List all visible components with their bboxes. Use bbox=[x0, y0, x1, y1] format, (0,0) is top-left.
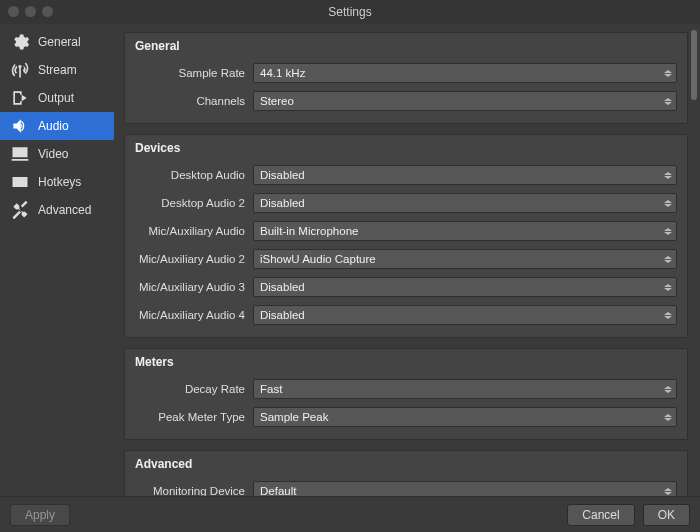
sidebar-item-label: Output bbox=[38, 91, 74, 105]
row-sample-rate: Sample Rate 44.1 kHz bbox=[135, 61, 677, 85]
sidebar-item-hotkeys[interactable]: Hotkeys bbox=[0, 168, 114, 196]
scrollbar[interactable] bbox=[688, 24, 700, 496]
row-mic-aux: Mic/Auxiliary Audio Built-in Microphone bbox=[135, 219, 677, 243]
keyboard-icon bbox=[10, 172, 30, 192]
mic-aux-3-select[interactable]: Disabled bbox=[253, 277, 677, 297]
desktop-audio-2-select[interactable]: Disabled bbox=[253, 193, 677, 213]
gear-icon bbox=[10, 32, 30, 52]
stepper-icon bbox=[662, 381, 674, 397]
label: Mic/Auxiliary Audio 4 bbox=[135, 309, 253, 321]
label: Sample Rate bbox=[135, 67, 253, 79]
group-general: General Sample Rate 44.1 kHz Channels St… bbox=[124, 32, 688, 124]
group-title: General bbox=[135, 39, 677, 53]
sidebar-item-audio[interactable]: Audio bbox=[0, 112, 114, 140]
window-title: Settings bbox=[328, 5, 371, 19]
row-peak-meter-type: Peak Meter Type Sample Peak bbox=[135, 405, 677, 429]
ok-button[interactable]: OK bbox=[643, 504, 690, 526]
label: Mic/Auxiliary Audio 2 bbox=[135, 253, 253, 265]
main-panel: General Sample Rate 44.1 kHz Channels St… bbox=[114, 24, 700, 496]
sidebar-item-label: Advanced bbox=[38, 203, 91, 217]
mic-aux-2-select[interactable]: iShowU Audio Capture bbox=[253, 249, 677, 269]
sidebar-item-label: General bbox=[38, 35, 81, 49]
stepper-icon bbox=[662, 167, 674, 183]
row-desktop-audio: Desktop Audio Disabled bbox=[135, 163, 677, 187]
select-value: Disabled bbox=[260, 309, 305, 321]
sidebar-item-general[interactable]: General bbox=[0, 28, 114, 56]
group-meters: Meters Decay Rate Fast Peak Meter Type S… bbox=[124, 348, 688, 440]
antenna-icon bbox=[10, 60, 30, 80]
group-advanced: Advanced Monitoring Device Default bbox=[124, 450, 688, 496]
cancel-button[interactable]: Cancel bbox=[567, 504, 634, 526]
row-mic-aux-2: Mic/Auxiliary Audio 2 iShowU Audio Captu… bbox=[135, 247, 677, 271]
sidebar-item-video[interactable]: Video bbox=[0, 140, 114, 168]
peak-meter-type-select[interactable]: Sample Peak bbox=[253, 407, 677, 427]
sidebar-item-label: Video bbox=[38, 147, 68, 161]
sidebar-item-label: Hotkeys bbox=[38, 175, 81, 189]
row-mic-aux-3: Mic/Auxiliary Audio 3 Disabled bbox=[135, 275, 677, 299]
stepper-icon bbox=[662, 251, 674, 267]
sidebar-item-label: Stream bbox=[38, 63, 77, 77]
stepper-icon bbox=[662, 307, 674, 323]
sidebar-item-stream[interactable]: Stream bbox=[0, 56, 114, 84]
select-value: iShowU Audio Capture bbox=[260, 253, 376, 265]
stepper-icon bbox=[662, 65, 674, 81]
row-desktop-audio-2: Desktop Audio 2 Disabled bbox=[135, 191, 677, 215]
stepper-icon bbox=[662, 279, 674, 295]
select-value: 44.1 kHz bbox=[260, 67, 305, 79]
select-value: Disabled bbox=[260, 169, 305, 181]
zoom-dot[interactable] bbox=[42, 6, 53, 17]
row-mic-aux-4: Mic/Auxiliary Audio 4 Disabled bbox=[135, 303, 677, 327]
monitoring-device-select[interactable]: Default bbox=[253, 481, 677, 496]
apply-button[interactable]: Apply bbox=[10, 504, 70, 526]
row-channels: Channels Stereo bbox=[135, 89, 677, 113]
minimize-dot[interactable] bbox=[25, 6, 36, 17]
select-value: Default bbox=[260, 485, 296, 496]
select-value: Fast bbox=[260, 383, 282, 395]
sample-rate-select[interactable]: 44.1 kHz bbox=[253, 63, 677, 83]
group-title: Advanced bbox=[135, 457, 677, 471]
group-title: Meters bbox=[135, 355, 677, 369]
label: Desktop Audio bbox=[135, 169, 253, 181]
label: Peak Meter Type bbox=[135, 411, 253, 423]
row-monitoring-device: Monitoring Device Default bbox=[135, 479, 677, 496]
label: Mic/Auxiliary Audio 3 bbox=[135, 281, 253, 293]
select-value: Disabled bbox=[260, 197, 305, 209]
footer: Apply Cancel OK bbox=[0, 496, 700, 532]
settings-scroll: General Sample Rate 44.1 kHz Channels St… bbox=[114, 24, 688, 496]
audio-icon bbox=[10, 116, 30, 136]
stepper-icon bbox=[662, 409, 674, 425]
select-value: Disabled bbox=[260, 281, 305, 293]
sidebar-item-output[interactable]: Output bbox=[0, 84, 114, 112]
channels-select[interactable]: Stereo bbox=[253, 91, 677, 111]
select-value: Built-in Microphone bbox=[260, 225, 358, 237]
mic-aux-select[interactable]: Built-in Microphone bbox=[253, 221, 677, 241]
tools-icon bbox=[10, 200, 30, 220]
label: Desktop Audio 2 bbox=[135, 197, 253, 209]
close-dot[interactable] bbox=[8, 6, 19, 17]
label: Decay Rate bbox=[135, 383, 253, 395]
sidebar-item-label: Audio bbox=[38, 119, 69, 133]
decay-rate-select[interactable]: Fast bbox=[253, 379, 677, 399]
titlebar: Settings bbox=[0, 0, 700, 24]
scrollbar-thumb[interactable] bbox=[691, 30, 697, 100]
sidebar-item-advanced[interactable]: Advanced bbox=[0, 196, 114, 224]
stepper-icon bbox=[662, 483, 674, 496]
select-value: Sample Peak bbox=[260, 411, 328, 423]
output-icon bbox=[10, 88, 30, 108]
monitor-icon bbox=[10, 144, 30, 164]
mic-aux-4-select[interactable]: Disabled bbox=[253, 305, 677, 325]
sidebar: General Stream Output Audio Video Hotkey… bbox=[0, 24, 114, 496]
select-value: Stereo bbox=[260, 95, 294, 107]
desktop-audio-select[interactable]: Disabled bbox=[253, 165, 677, 185]
label: Channels bbox=[135, 95, 253, 107]
settings-window: Settings General Stream Output Audio Vid bbox=[0, 0, 700, 532]
window-controls bbox=[8, 6, 53, 17]
stepper-icon bbox=[662, 195, 674, 211]
label: Mic/Auxiliary Audio bbox=[135, 225, 253, 237]
group-devices: Devices Desktop Audio Disabled Desktop A… bbox=[124, 134, 688, 338]
body: General Stream Output Audio Video Hotkey… bbox=[0, 24, 700, 496]
label: Monitoring Device bbox=[135, 485, 253, 496]
row-decay-rate: Decay Rate Fast bbox=[135, 377, 677, 401]
stepper-icon bbox=[662, 223, 674, 239]
group-title: Devices bbox=[135, 141, 677, 155]
